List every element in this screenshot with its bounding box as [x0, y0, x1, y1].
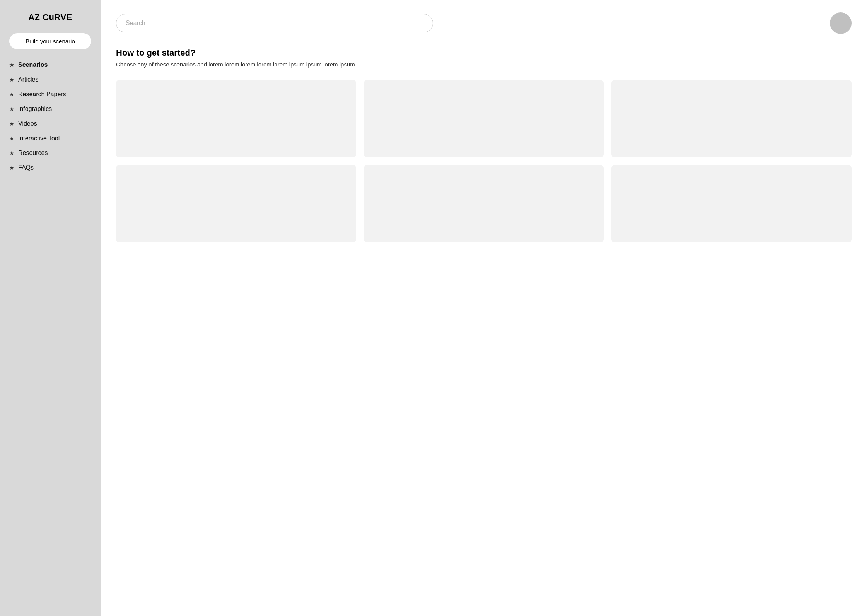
sidebar-item-faqs[interactable]: ★FAQs [9, 164, 91, 171]
star-icon: ★ [9, 121, 14, 127]
star-icon: ★ [9, 62, 14, 68]
star-icon: ★ [9, 106, 14, 112]
card-item[interactable] [611, 80, 852, 157]
star-icon: ★ [9, 77, 14, 83]
main-content: How to get started? Choose any of these … [101, 0, 867, 616]
sidebar-item-label: Articles [18, 76, 38, 83]
app-title: AZ CuRVE [9, 12, 91, 22]
how-to-section: How to get started? Choose any of these … [116, 48, 852, 68]
avatar [830, 12, 852, 34]
sidebar-item-research-papers[interactable]: ★Research Papers [9, 91, 91, 98]
card-item[interactable] [116, 165, 356, 242]
header-row [116, 12, 852, 34]
star-icon: ★ [9, 165, 14, 171]
build-scenario-button[interactable]: Build your scenario [9, 33, 91, 49]
sidebar-item-articles[interactable]: ★Articles [9, 76, 91, 83]
sidebar-item-interactive-tool[interactable]: ★Interactive Tool [9, 135, 91, 142]
cards-grid [116, 80, 852, 242]
card-item[interactable] [116, 80, 356, 157]
sidebar-item-label: Research Papers [18, 91, 66, 98]
how-to-subtitle: Choose any of these scenarios and lorem … [116, 61, 852, 68]
sidebar-item-label: Interactive Tool [18, 135, 60, 142]
sidebar-item-label: Infographics [18, 106, 52, 112]
sidebar: AZ CuRVE Build your scenario ★Scenarios★… [0, 0, 101, 616]
nav-menu: ★Scenarios★Articles★Research Papers★Info… [9, 61, 91, 171]
sidebar-item-resources[interactable]: ★Resources [9, 150, 91, 157]
card-item[interactable] [611, 165, 852, 242]
card-item[interactable] [364, 80, 604, 157]
card-item[interactable] [364, 165, 604, 242]
star-icon: ★ [9, 135, 14, 141]
sidebar-item-infographics[interactable]: ★Infographics [9, 106, 91, 112]
how-to-title: How to get started? [116, 48, 852, 58]
sidebar-item-videos[interactable]: ★Videos [9, 120, 91, 127]
sidebar-item-label: Scenarios [18, 61, 48, 68]
sidebar-item-label: Resources [18, 150, 48, 157]
star-icon: ★ [9, 150, 14, 156]
sidebar-item-label: Videos [18, 120, 37, 127]
search-input[interactable] [116, 14, 433, 32]
sidebar-item-label: FAQs [18, 164, 34, 171]
sidebar-item-scenarios[interactable]: ★Scenarios [9, 61, 91, 68]
star-icon: ★ [9, 91, 14, 97]
